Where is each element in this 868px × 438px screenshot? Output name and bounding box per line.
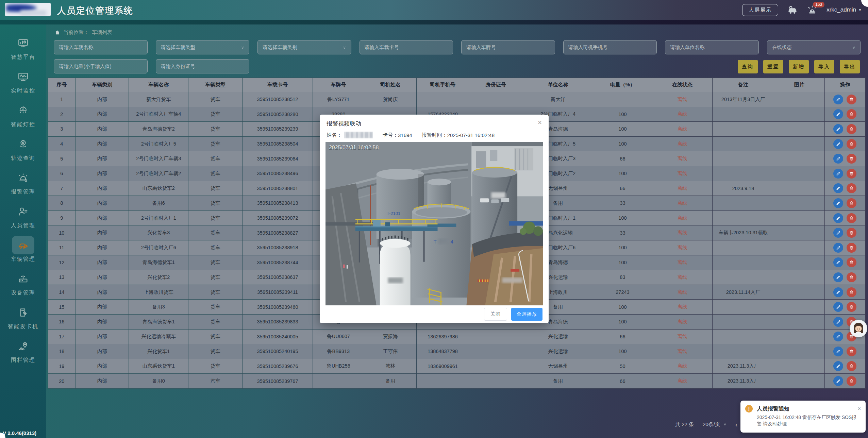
table-cell: 1 (48, 92, 76, 107)
sidebar-item-monitor[interactable]: 实时监控 (3, 68, 44, 95)
edit-button[interactable] (833, 376, 843, 386)
delete-button[interactable] (847, 109, 856, 119)
delete-button[interactable] (847, 228, 856, 238)
sidebar-item-light[interactable]: 智能灯控 (3, 101, 44, 128)
edit-button[interactable] (833, 169, 843, 179)
table-cell: 内部 (76, 107, 129, 122)
vehicle-monitor-icon[interactable] (787, 4, 798, 15)
delete-button[interactable] (847, 302, 856, 312)
table-cell: 2号门临时入厂1 (129, 210, 188, 225)
table-cell-ops (824, 270, 865, 285)
table-cell: 兴化运输冷藏车 (129, 329, 188, 344)
filter-online-status[interactable]: 在线状态∨ (767, 40, 861, 54)
edit-button[interactable] (833, 347, 843, 356)
edit-button[interactable] (833, 109, 843, 119)
edit-button[interactable] (833, 302, 843, 312)
table-cell (713, 107, 774, 122)
edit-button[interactable] (833, 124, 843, 134)
table-cell: 兴化货车3 (129, 225, 188, 240)
table-cell: 359510085238496 (243, 166, 313, 181)
table-cell: 内部 (76, 270, 129, 285)
table-cell (713, 255, 774, 270)
table-cell (713, 122, 774, 137)
table-cell-ops (824, 255, 865, 270)
close-icon[interactable]: × (858, 406, 861, 411)
table-cell: 兴化货车1 (129, 344, 188, 359)
edit-button[interactable] (833, 361, 843, 371)
filter-vehicle-type[interactable]: 请选择车辆类型∨ (156, 40, 250, 54)
sidebar-item-vehicle[interactable]: 车辆管理 (3, 236, 44, 263)
edit-button[interactable] (833, 95, 843, 104)
delete-button[interactable] (847, 287, 856, 297)
table-cell: 13626397986 (417, 329, 469, 344)
filter-card-no[interactable]: 请输入车载卡号 (360, 40, 453, 54)
edit-button[interactable] (833, 332, 843, 341)
sidebar-item-platform[interactable]: 智慧平台 (3, 34, 44, 61)
filter-vehicle-category[interactable]: 请选择车辆类别∨ (257, 40, 351, 54)
filter-plate-no[interactable]: 请输入车牌号 (461, 40, 555, 54)
delete-button[interactable] (847, 95, 856, 104)
cctv-scene: T-2101 T 4 (326, 142, 543, 305)
sidebar-item-device[interactable]: 设备管理 (3, 270, 44, 297)
modal-close-button[interactable]: 关闭 (484, 308, 507, 321)
table-cell: 内部 (76, 240, 129, 255)
page-size-select[interactable]: 20条/页 ∨ (703, 421, 727, 428)
edit-button[interactable] (833, 228, 843, 238)
delete-button[interactable] (847, 198, 856, 208)
add-button[interactable]: 新增 (789, 60, 809, 73)
alarm-bell-icon[interactable]: 163 (807, 4, 818, 15)
delete-button[interactable] (847, 183, 856, 193)
card-label: 卡号： (383, 132, 398, 138)
edit-button[interactable] (833, 213, 843, 223)
import-button[interactable]: 导入 (814, 60, 834, 73)
delete-button[interactable] (847, 272, 856, 282)
filter-unit-name[interactable]: 请输入单位名称 (665, 40, 759, 54)
delete-button[interactable] (847, 257, 856, 267)
cctv-video-frame[interactable]: T-2101 T 4 (326, 142, 543, 305)
sidebar-item-label: 实时监控 (11, 87, 35, 95)
sidebar-item-track[interactable]: 轨迹查询 (3, 135, 44, 162)
sidebar-item-fence[interactable]: 围栏管理 (3, 337, 44, 364)
reset-button[interactable]: 重置 (763, 60, 783, 73)
filter-id-card[interactable]: 请输入身份证号 (156, 59, 250, 73)
query-button[interactable]: 查询 (738, 60, 758, 73)
delete-button[interactable] (847, 361, 856, 371)
delete-button[interactable] (847, 213, 856, 223)
delete-button[interactable] (847, 376, 856, 386)
user-menu[interactable]: xrkc_admin ▼ (827, 6, 862, 13)
table-cell: 内部 (76, 329, 129, 344)
filter-vehicle-name[interactable]: 请输入车辆名称 (54, 40, 148, 54)
table-cell-ops (824, 374, 865, 389)
filter-driver-phone[interactable]: 请输入司机手机号 (563, 40, 657, 54)
export-button[interactable]: 导出 (840, 60, 860, 73)
sidebar-item-card[interactable]: 智能发卡机 (3, 303, 44, 330)
edit-button[interactable] (833, 317, 843, 327)
edit-button[interactable] (833, 198, 843, 208)
filter-battery[interactable]: 请输入电量(小于输入值) (54, 59, 148, 73)
assistant-avatar[interactable] (850, 320, 867, 337)
fullscreen-play-button[interactable]: 全屏播放 (511, 308, 542, 321)
table-cell: 货车 (188, 196, 243, 211)
delete-button[interactable] (847, 243, 856, 253)
delete-button[interactable] (847, 124, 856, 134)
edit-button[interactable] (833, 257, 843, 267)
delete-button[interactable] (847, 169, 856, 179)
delete-button[interactable] (847, 347, 856, 356)
edit-button[interactable] (833, 287, 843, 297)
big-screen-button[interactable]: 大屏展示 (742, 4, 778, 16)
edit-button[interactable] (833, 183, 843, 193)
delete-button[interactable] (847, 154, 856, 164)
edit-button[interactable] (833, 272, 843, 282)
delete-button[interactable] (847, 139, 856, 149)
table-cell: 4 (48, 136, 76, 151)
edit-button[interactable] (833, 154, 843, 164)
chevron-down-icon: ▼ (858, 8, 862, 12)
sidebar-item-person[interactable]: 人员管理 (3, 202, 44, 229)
edit-button[interactable] (833, 243, 843, 253)
table-cell (713, 300, 774, 315)
sidebar-item-alarm[interactable]: 报警管理 (3, 169, 44, 196)
table-cell: 内部 (76, 122, 129, 137)
edit-button[interactable] (833, 139, 843, 149)
close-icon[interactable]: × (538, 119, 542, 128)
prev-page-button[interactable]: ‹ (735, 421, 738, 428)
